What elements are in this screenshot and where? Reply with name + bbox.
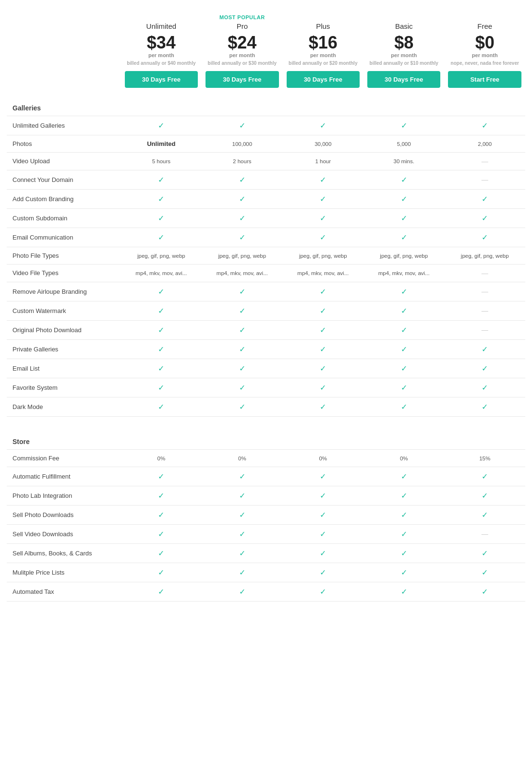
check-icon: ✓ xyxy=(320,492,326,500)
section-label-store: Store xyxy=(7,426,525,450)
feature-cell: ✓ xyxy=(283,320,363,339)
cell-value: 30 mins. xyxy=(394,158,414,164)
table-row: Video Upload5 hours2 hours1 hour30 mins.… xyxy=(7,152,525,170)
feature-label: Email Communication xyxy=(7,228,121,247)
feature-cell: 1 hour xyxy=(283,152,363,170)
feature-cell: ✓ xyxy=(202,359,282,378)
check-icon: ✓ xyxy=(482,214,488,222)
check-icon: ✓ xyxy=(239,326,245,334)
feature-cell: ✓ xyxy=(202,170,282,189)
check-icon: ✓ xyxy=(320,121,326,130)
check-icon: ✓ xyxy=(320,307,326,315)
check-icon: ✓ xyxy=(320,549,326,557)
feature-cell: — xyxy=(444,301,525,320)
feature-cell: ✓ xyxy=(283,116,363,135)
feature-cell: ✓ xyxy=(121,524,202,543)
feature-cell: ✓ xyxy=(121,543,202,563)
feature-cell: — xyxy=(444,320,525,339)
plan-cta-plus[interactable]: 30 Days Free xyxy=(287,71,360,88)
check-icon: ✓ xyxy=(482,121,488,130)
pricing-table: Unlimited$34per monthbilled annually or … xyxy=(7,10,525,602)
feature-label: Favorite System xyxy=(7,378,121,397)
feature-cell: ✓ xyxy=(363,170,444,189)
check-icon: ✓ xyxy=(401,364,407,373)
feature-label: Custom Watermark xyxy=(7,301,121,320)
feature-cell: mp4, mkv, mov, avi... xyxy=(121,264,202,282)
feature-cell: ✓ xyxy=(202,543,282,563)
feature-cell: ✓ xyxy=(444,505,525,524)
cell-value: 30,000 xyxy=(314,141,331,147)
check-icon: ✓ xyxy=(320,326,326,334)
check-icon: ✓ xyxy=(401,472,407,481)
feature-cell: — xyxy=(444,524,525,543)
feature-label: Photo File Types xyxy=(7,247,121,264)
feature-cell: ✓ xyxy=(121,170,202,189)
feature-cell: ✓ xyxy=(121,378,202,397)
check-icon: ✓ xyxy=(239,288,245,296)
check-icon: ✓ xyxy=(320,472,326,481)
check-icon: ✓ xyxy=(482,345,488,353)
plan-cta-free[interactable]: Start Free xyxy=(448,71,521,88)
feature-cell: ✓ xyxy=(202,208,282,228)
check-icon: ✓ xyxy=(158,326,164,334)
feature-cell: 15% xyxy=(444,449,525,467)
feature-cell: ✓ xyxy=(444,378,525,397)
plan-name-unlimited: Unlimited xyxy=(125,22,198,30)
check-icon: ✓ xyxy=(401,492,407,500)
feature-cell: ✓ xyxy=(283,467,363,486)
feature-cell: 0% xyxy=(363,449,444,467)
plan-per-month-unlimited: per month xyxy=(125,52,198,58)
plan-cta-basic[interactable]: 30 Days Free xyxy=(367,71,440,88)
plan-price-pro: $24 xyxy=(206,33,278,52)
feature-cell: ✓ xyxy=(202,378,282,397)
table-row: Photo File Typesjpeg, gif, png, webpjpeg… xyxy=(7,247,525,264)
feature-cell: ✓ xyxy=(363,189,444,208)
feature-cell: ✓ xyxy=(121,486,202,505)
feature-cell: mp4, mkv, mov, avi... xyxy=(202,264,282,282)
table-row: Commission Fee0%0%0%0%15% xyxy=(7,449,525,467)
check-icon: ✓ xyxy=(158,549,164,557)
cell-value: 0% xyxy=(238,456,246,461)
plan-header-unlimited: Unlimited$34per monthbilled annually or … xyxy=(121,10,202,93)
cell-value: mp4, mkv, mov, avi... xyxy=(217,270,268,276)
check-icon: ✓ xyxy=(239,307,245,315)
plan-name-pro: Pro xyxy=(206,22,278,30)
check-icon: ✓ xyxy=(239,549,245,557)
check-icon: ✓ xyxy=(320,530,326,538)
feature-cell: ✓ xyxy=(283,359,363,378)
table-row: Remove Airloupe Branding✓✓✓✓— xyxy=(7,282,525,301)
plan-price-free: $0 xyxy=(448,33,521,52)
feature-cell: ✓ xyxy=(121,116,202,135)
feature-cell: — xyxy=(444,170,525,189)
feature-cell: ✓ xyxy=(283,505,363,524)
feature-cell: jpeg, gif, png, webp xyxy=(202,247,282,264)
feature-cell: ✓ xyxy=(363,301,444,320)
feature-cell: ✓ xyxy=(121,208,202,228)
feature-label: Dark Mode xyxy=(7,397,121,416)
plan-header-plus: Plus$16per monthbilled annually or $20 m… xyxy=(283,10,363,93)
check-icon: ✓ xyxy=(320,588,326,596)
plan-cta-unlimited[interactable]: 30 Days Free xyxy=(125,71,198,88)
table-row: Video File Typesmp4, mkv, mov, avi...mp4… xyxy=(7,264,525,282)
cell-value: mp4, mkv, mov, avi... xyxy=(297,270,349,276)
feature-cell: ✓ xyxy=(283,228,363,247)
feature-cell: ✓ xyxy=(202,563,282,582)
check-icon: ✓ xyxy=(401,214,407,222)
check-icon: ✓ xyxy=(239,472,245,481)
feature-label: Remove Airloupe Branding xyxy=(7,282,121,301)
plan-cta-pro[interactable]: 30 Days Free xyxy=(206,71,278,88)
check-icon: ✓ xyxy=(239,121,245,130)
check-icon: ✓ xyxy=(401,403,407,411)
table-row: Sell Albums, Books, & Cards✓✓✓✓✓ xyxy=(7,543,525,563)
feature-cell: jpeg, gif, png, webp xyxy=(444,247,525,264)
cell-value: 100,000 xyxy=(232,141,253,147)
check-icon: ✓ xyxy=(158,364,164,373)
feature-cell: ✓ xyxy=(363,563,444,582)
feature-label: Video File Types xyxy=(7,264,121,282)
plan-price-unlimited: $34 xyxy=(125,33,198,52)
feature-cell: ✓ xyxy=(202,582,282,601)
check-icon: ✓ xyxy=(239,384,245,392)
feature-cell: ✓ xyxy=(121,228,202,247)
check-icon: ✓ xyxy=(482,568,488,577)
cell-value: jpeg, gif, png, webp xyxy=(218,253,266,259)
